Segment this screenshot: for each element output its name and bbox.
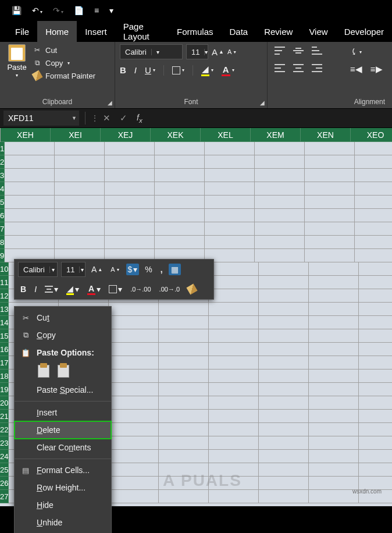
increase-font-icon[interactable]: A▲ — [212, 47, 224, 57]
cell[interactable] — [55, 196, 105, 209]
tab-view[interactable]: View — [301, 21, 336, 42]
menu-copy[interactable]: ⧉Copy — [15, 326, 111, 344]
cell[interactable] — [155, 142, 205, 155]
cell[interactable] — [305, 196, 355, 209]
cut-button[interactable]: ✂Cut — [33, 45, 95, 55]
cell[interactable] — [355, 236, 392, 249]
cell[interactable] — [205, 209, 255, 222]
cell[interactable] — [355, 169, 392, 182]
cell[interactable] — [205, 182, 255, 196]
mini-format-painter[interactable] — [186, 285, 198, 293]
row-header[interactable]: 17 — [0, 356, 9, 369]
column-header[interactable]: XEH — [1, 128, 51, 142]
row-header[interactable]: 12 — [0, 289, 9, 303]
row-header[interactable]: 10 — [0, 262, 9, 276]
cell[interactable] — [209, 436, 259, 450]
menu-clear-contents[interactable]: Clear Contents — [15, 439, 111, 456]
cell[interactable] — [355, 196, 392, 209]
qat-dropdown-icon[interactable]: ▾ — [109, 6, 113, 15]
mini-font-color[interactable]: A▾ — [85, 284, 103, 295]
save-icon[interactable]: 💾 — [12, 6, 22, 15]
cell[interactable] — [305, 142, 355, 155]
cell[interactable] — [109, 423, 159, 436]
cell[interactable] — [5, 222, 55, 236]
cell[interactable] — [309, 262, 359, 276]
cell[interactable] — [309, 316, 359, 329]
cell[interactable] — [159, 303, 209, 316]
fill-color-button[interactable]: ◢▾ — [201, 64, 213, 76]
cell[interactable] — [55, 236, 105, 249]
cell[interactable] — [109, 369, 159, 383]
cell[interactable] — [159, 356, 209, 369]
mini-accounting-button[interactable]: $▾ — [126, 264, 140, 275]
cell[interactable] — [259, 396, 309, 410]
cell[interactable] — [105, 196, 155, 209]
cell[interactable] — [109, 436, 159, 450]
cell[interactable] — [155, 182, 205, 196]
cell[interactable] — [159, 410, 209, 423]
menu-cut[interactable]: ✂Cut — [15, 309, 111, 326]
tab-data[interactable]: Data — [222, 21, 256, 42]
align-center-button[interactable] — [293, 64, 304, 72]
column-header[interactable]: XEN — [301, 128, 351, 142]
cell[interactable] — [305, 249, 355, 262]
align-left-button[interactable] — [275, 64, 285, 72]
cell[interactable] — [109, 463, 159, 477]
cell[interactable] — [209, 276, 259, 289]
tab-developer[interactable]: Developer — [336, 21, 392, 42]
cell[interactable] — [259, 450, 309, 463]
mini-font-select[interactable]: Calibri▾ — [18, 262, 58, 277]
cell[interactable] — [155, 236, 205, 249]
decrease-indent-button[interactable]: ≡◀ — [350, 64, 362, 74]
cell[interactable] — [209, 316, 259, 329]
paste-option-1[interactable] — [38, 365, 49, 378]
cell[interactable] — [259, 343, 309, 356]
row-header[interactable]: 15 — [0, 329, 9, 343]
cell[interactable] — [159, 396, 209, 410]
cell[interactable] — [259, 303, 309, 316]
cell[interactable] — [309, 276, 359, 289]
row-header[interactable]: 8 — [0, 236, 5, 249]
mini-increase-font[interactable]: A▲ — [89, 265, 105, 274]
cell[interactable] — [255, 182, 305, 196]
row-header[interactable]: 20 — [0, 396, 9, 410]
clipboard-dialog-icon[interactable]: ◢ — [108, 100, 112, 106]
mini-comma-button[interactable]: , — [158, 265, 165, 274]
increase-indent-button[interactable]: ≡▶ — [370, 64, 383, 74]
cell[interactable] — [159, 436, 209, 450]
cell[interactable] — [109, 477, 159, 490]
cancel-icon[interactable]: ✕ — [98, 113, 115, 123]
cell[interactable] — [359, 343, 392, 356]
cell[interactable] — [155, 169, 205, 182]
mini-italic[interactable]: I — [32, 285, 39, 294]
cell[interactable] — [105, 182, 155, 196]
cell[interactable] — [359, 383, 392, 396]
column-header[interactable]: XEJ — [101, 128, 151, 142]
cell[interactable] — [259, 463, 309, 477]
cell[interactable] — [205, 222, 255, 236]
undo-button[interactable]: ↶ — [32, 6, 42, 15]
cell[interactable] — [55, 222, 105, 236]
cell[interactable] — [159, 369, 209, 383]
fx-icon[interactable]: fx — [132, 113, 147, 124]
align-top-button[interactable] — [275, 47, 285, 55]
cell[interactable] — [259, 329, 309, 343]
row-header[interactable]: 26 — [0, 477, 9, 490]
format-painter-button[interactable]: Format Painter — [33, 71, 95, 80]
cell[interactable] — [259, 490, 309, 503]
row-header[interactable]: 9 — [0, 249, 5, 262]
cell[interactable] — [209, 490, 259, 503]
enter-icon[interactable]: ✓ — [115, 113, 132, 123]
cell[interactable] — [159, 329, 209, 343]
name-box[interactable]: XFD11▼ — [3, 111, 79, 126]
cell[interactable] — [259, 369, 309, 383]
align-middle-button[interactable] — [293, 47, 304, 55]
cell[interactable] — [105, 142, 155, 155]
cell[interactable] — [309, 343, 359, 356]
row-header[interactable]: 2 — [0, 155, 5, 169]
cell[interactable] — [209, 396, 259, 410]
cell[interactable] — [159, 450, 209, 463]
tab-home[interactable]: Home — [37, 21, 77, 42]
column-header[interactable]: XEI — [51, 128, 101, 142]
cell[interactable] — [355, 209, 392, 222]
